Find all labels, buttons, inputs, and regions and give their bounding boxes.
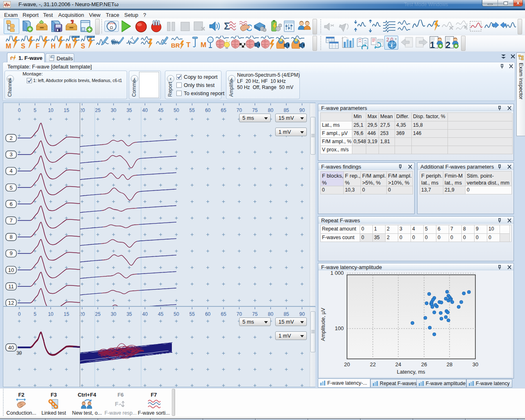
svg-text:Ω: Ω — [110, 25, 113, 30]
svg-text:8: 8 — [9, 234, 12, 240]
svg-text:55: 55 — [189, 107, 195, 113]
svg-text:BR: BR — [171, 42, 180, 49]
svg-text:H: H — [51, 43, 56, 49]
svg-text:T: T — [186, 41, 191, 49]
svg-text:55: 55 — [189, 311, 195, 317]
svg-text:40: 40 — [142, 311, 148, 317]
svg-text:Amplitude, µV: Amplitude, µV — [320, 308, 326, 341]
svg-text:15: 15 — [64, 311, 69, 317]
svg-text:65: 65 — [221, 107, 226, 113]
svg-text:5: 5 — [34, 311, 37, 317]
svg-text:F: F — [115, 401, 119, 407]
svg-text:40: 40 — [8, 345, 14, 351]
svg-text:10: 10 — [48, 311, 54, 317]
svg-text:40: 40 — [142, 107, 148, 113]
svg-text:0: 0 — [18, 311, 21, 317]
svg-text:F: F — [36, 43, 40, 49]
svg-text:S: S — [81, 43, 85, 49]
svg-text:35: 35 — [126, 107, 132, 113]
svg-text:90: 90 — [299, 107, 305, 113]
svg-text:85: 85 — [283, 107, 289, 113]
svg-text:65: 65 — [221, 311, 226, 317]
svg-text:12: 12 — [8, 300, 14, 306]
svg-text:6: 6 — [9, 201, 12, 207]
svg-text:25: 25 — [95, 107, 101, 113]
svg-text:5: 5 — [34, 107, 37, 113]
svg-text:7: 7 — [9, 217, 12, 224]
svg-text:75: 75 — [252, 107, 258, 113]
svg-text:30: 30 — [111, 311, 116, 317]
svg-text:9: 9 — [9, 250, 12, 256]
svg-text:Latency, ms: Latency, ms — [397, 369, 425, 375]
svg-text:60: 60 — [205, 107, 211, 113]
svg-text:35: 35 — [126, 311, 132, 317]
svg-text:15: 15 — [64, 107, 69, 113]
svg-text:3: 3 — [9, 151, 12, 158]
svg-text:45: 45 — [158, 107, 164, 113]
svg-text:26: 26 — [421, 361, 427, 368]
svg-text:75: 75 — [252, 311, 258, 317]
svg-text:1: 1 — [430, 40, 435, 49]
svg-text:F: F — [10, 57, 13, 60]
svg-text:22: 22 — [370, 361, 376, 368]
svg-text:0: 0 — [18, 107, 21, 113]
svg-text:100: 100 — [335, 325, 344, 331]
svg-text:85: 85 — [283, 311, 289, 317]
svg-text:2: 2 — [445, 40, 450, 49]
svg-text:M: M — [66, 43, 71, 49]
svg-text:25: 25 — [95, 311, 101, 317]
svg-text:20: 20 — [344, 361, 350, 368]
svg-text:1 000: 1 000 — [330, 271, 344, 276]
svg-text:60: 60 — [205, 311, 211, 317]
svg-text:11: 11 — [8, 283, 14, 290]
svg-text:24: 24 — [395, 361, 401, 368]
svg-text:80: 80 — [268, 107, 274, 113]
svg-text:M: M — [201, 41, 206, 49]
svg-text:70: 70 — [237, 107, 242, 113]
svg-text:10: 10 — [48, 107, 54, 113]
svg-text:50: 50 — [173, 107, 179, 113]
svg-text:5: 5 — [9, 185, 12, 191]
svg-text:30: 30 — [111, 107, 116, 113]
svg-text:90: 90 — [299, 311, 305, 317]
svg-text:2: 2 — [9, 135, 12, 141]
svg-text:M: M — [6, 43, 11, 49]
svg-text:50: 50 — [173, 311, 179, 317]
svg-text:70: 70 — [237, 311, 242, 317]
svg-text:80: 80 — [268, 311, 274, 317]
svg-text:30: 30 — [472, 361, 478, 368]
svg-text:10: 10 — [8, 267, 14, 273]
svg-text:45: 45 — [158, 311, 164, 317]
svg-text:28: 28 — [447, 361, 452, 368]
svg-text:Σ: Σ — [224, 21, 230, 32]
svg-text:S: S — [21, 43, 25, 49]
svg-text:39: 39 — [16, 350, 22, 356]
svg-text:4: 4 — [9, 168, 12, 174]
